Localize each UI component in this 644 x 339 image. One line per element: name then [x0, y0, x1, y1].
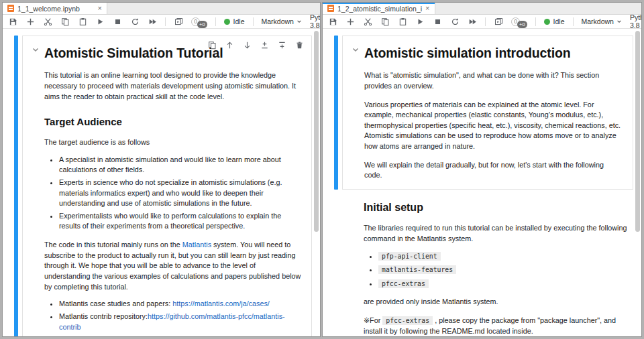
notebook-content: Atomistic Simulation Tutorial This tutor…	[3, 29, 320, 336]
tab-bar: 1_1_welcome.ipynb ×	[3, 3, 320, 15]
chevron-down-icon	[616, 19, 622, 24]
collapse-caret-icon[interactable]	[352, 46, 359, 53]
intro-paragraph: This tutorial is an online learning tool…	[44, 70, 302, 102]
install-notes: ※For pfcc-extras , please copy the packa…	[364, 316, 633, 336]
run-cell-icon[interactable]	[415, 17, 425, 26]
kernel-status: Idle	[224, 17, 245, 25]
add-cell-icon[interactable]	[25, 17, 35, 26]
cell-title: Atomistic simulation introduction	[364, 44, 623, 62]
open-console-icon[interactable]	[174, 17, 183, 26]
tab-close-icon[interactable]: ×	[425, 5, 429, 12]
tab-close-icon[interactable]: ×	[98, 5, 102, 12]
status-dot-icon	[224, 19, 230, 25]
run-cell-icon[interactable]	[95, 17, 105, 26]
kernel-usage-counter[interactable]: 0 +0	[511, 17, 527, 26]
add-cell-icon[interactable]	[345, 17, 355, 26]
insert-cell-above-icon[interactable]	[260, 41, 269, 50]
overview-paragraph: What is "atomistic simulation", and what…	[364, 70, 623, 91]
selected-cell-bar	[334, 36, 338, 190]
scrollbar-thumb[interactable]	[635, 31, 640, 232]
paste-cell-icon[interactable]	[78, 17, 87, 26]
kernel-status: Idle	[544, 17, 565, 25]
stop-kernel-icon[interactable]	[433, 17, 442, 26]
run-all-cells-icon[interactable]	[148, 17, 157, 26]
duplicate-cell-icon[interactable]	[208, 41, 217, 50]
counter-badge: +0	[197, 21, 207, 28]
copy-cell-icon[interactable]	[380, 17, 390, 26]
selected-cell-bar	[14, 36, 18, 336]
list-item: pfp-api-client	[378, 251, 633, 262]
notebook-window-right: 1_2_atomistic_simulation_i × 0 +0 Idle M…	[323, 3, 641, 336]
notebook-content: Atomistic simulation introduction What i…	[323, 29, 641, 336]
save-icon[interactable]	[328, 17, 337, 26]
notebook-toolbar: 0 +0 Idle Markdown Python 3.8	[3, 15, 320, 29]
list-item: A specialist in atomistic simulation and…	[59, 155, 302, 176]
save-icon[interactable]	[8, 17, 17, 26]
package-list: pfp-api-client matlantis-features pfcc-e…	[364, 251, 633, 289]
setup-markdown-cell[interactable]: Initial setup The libraries required to …	[334, 200, 633, 336]
copy-cell-icon[interactable]	[60, 17, 70, 26]
provided-note: are provided only inside Matlantis syste…	[364, 297, 633, 308]
properties-paragraph: Various properties of materials can be e…	[364, 100, 623, 152]
list-item: Matlantis case studies and papers: https…	[59, 299, 302, 310]
kernel-usage-counter[interactable]: 0 +0	[191, 17, 207, 26]
restart-kernel-icon[interactable]	[130, 17, 140, 26]
stop-kernel-icon[interactable]	[113, 17, 122, 26]
markdown-cell-welcome[interactable]: Atomistic Simulation Tutorial This tutor…	[22, 36, 312, 336]
matlantis-paragraph: The code in this tutorial mainly runs on…	[44, 240, 302, 292]
open-console-icon[interactable]	[494, 17, 503, 26]
cut-cell-icon[interactable]	[43, 17, 52, 26]
insert-cell-below-icon[interactable]	[278, 41, 286, 50]
explain-paragraph: We will explain the detail gradually, bu…	[364, 160, 623, 181]
tab-bar: 1_2_atomistic_simulation_i ×	[323, 3, 641, 15]
list-item: pfcc-extras	[378, 279, 633, 289]
cases-link[interactable]: https://matlantis.com/ja/cases/	[172, 299, 270, 308]
cell-type-value: Markdown	[262, 17, 294, 25]
tab-welcome-notebook[interactable]: 1_1_welcome.ipynb ×	[3, 3, 107, 14]
links-list: Matlantis case studies and papers: https…	[44, 299, 302, 332]
run-all-cells-icon[interactable]	[468, 17, 477, 26]
move-cell-down-icon[interactable]	[243, 41, 252, 50]
delete-cell-icon[interactable]	[295, 41, 304, 50]
matlantis-link[interactable]: Matlantis	[182, 241, 211, 249]
tab-atomistic-notebook[interactable]: 1_2_atomistic_simulation_i ×	[323, 3, 435, 14]
status-label: Idle	[553, 17, 565, 25]
cut-cell-icon[interactable]	[363, 17, 372, 26]
audience-intro: The target audience is as follows	[44, 137, 302, 148]
list-item: Experts in science who do not specialize…	[59, 178, 302, 209]
package-code: matlantis-features	[378, 265, 456, 274]
list-item: matlantis-features	[378, 265, 633, 275]
package-code: pfp-api-client	[378, 252, 441, 261]
chevron-down-icon	[297, 19, 302, 24]
paste-cell-icon[interactable]	[398, 17, 407, 26]
cell-type-select[interactable]: Markdown	[582, 17, 622, 25]
cell-type-select[interactable]: Markdown	[262, 17, 302, 25]
audience-list: A specialist in atomistic simulation and…	[44, 155, 302, 232]
status-dot-icon	[544, 19, 550, 25]
move-cell-up-icon[interactable]	[225, 41, 234, 50]
markdown-cell-introduction[interactable]: Atomistic simulation introduction What i…	[342, 36, 633, 190]
restart-kernel-icon[interactable]	[450, 17, 460, 26]
list-item: Matlantis contrib repository:https://git…	[59, 312, 302, 332]
notebook-toolbar: 0 +0 Idle Markdown Python 3.8	[323, 15, 641, 29]
notebook-icon	[7, 5, 14, 12]
status-label: Idle	[233, 17, 245, 25]
counter-badge: +0	[517, 21, 527, 28]
notebook-window-left: 1_1_welcome.ipynb × 0 +0 Idle Markdown	[3, 3, 320, 336]
collapse-caret-icon[interactable]	[32, 46, 39, 53]
notebook-icon	[327, 5, 334, 12]
tab-title: 1_1_welcome.ipynb	[17, 5, 80, 13]
tab-title: 1_2_atomistic_simulation_i	[337, 5, 422, 13]
setup-intro: The libraries required to run this tutor…	[364, 223, 633, 244]
cell-type-value: Markdown	[582, 17, 614, 25]
package-code: pfcc-extras	[378, 279, 429, 288]
list-item: Experimentalists who would like to perfo…	[59, 211, 302, 232]
kernel-name[interactable]: Python 3.8	[630, 13, 641, 29]
package-code: pfcc-extras	[382, 316, 433, 325]
scrollbar-thumb[interactable]	[314, 31, 319, 232]
target-audience-heading: Target Audience	[44, 115, 302, 129]
kernel-name[interactable]: Python 3.8	[310, 13, 320, 29]
initial-setup-heading: Initial setup	[364, 200, 633, 215]
cell-toolbar	[208, 41, 304, 50]
